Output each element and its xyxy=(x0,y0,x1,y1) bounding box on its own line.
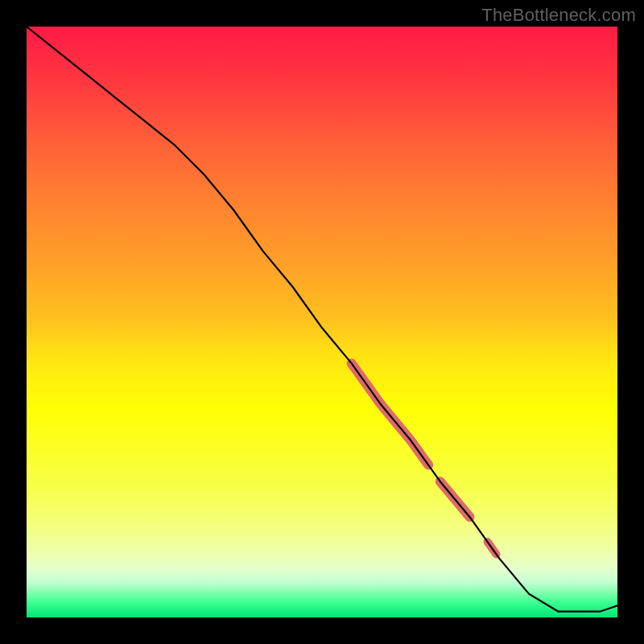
chart-frame: TheBottleneck.com xyxy=(0,0,644,644)
plot-area xyxy=(27,27,617,617)
watermark-text: TheBottleneck.com xyxy=(481,5,636,26)
